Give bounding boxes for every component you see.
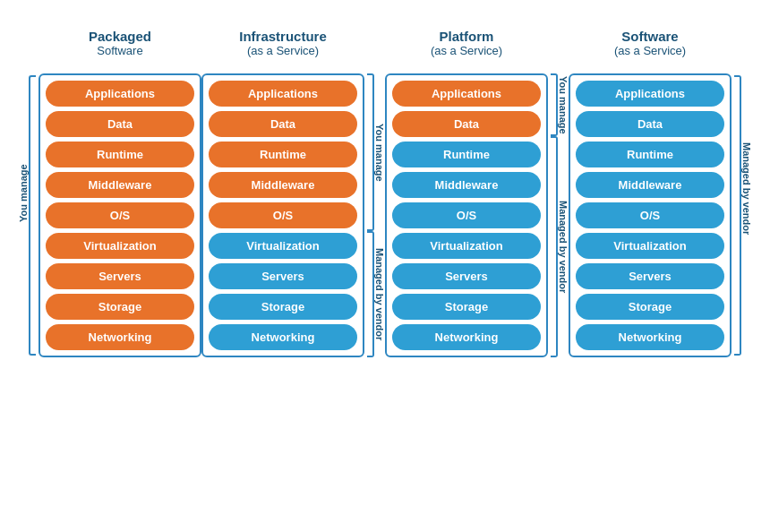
column-title-sub: Software — [97, 44, 142, 57]
item-box: Virtualization — [576, 233, 724, 259]
item-box: O/S — [209, 202, 357, 228]
bracket-managed-by-vendor: Managed by vendor — [558, 136, 569, 357]
column-wrapper-packaged: You managePackagedSoftwareApplicationsDa… — [18, 20, 201, 357]
item-box: Runtime — [209, 142, 357, 167]
items-container-paas: ApplicationsDataRuntimeMiddlewareO/SVirt… — [385, 73, 548, 357]
item-box: Servers — [392, 263, 541, 289]
item-box: O/S — [392, 202, 541, 228]
item-box: Data — [46, 111, 194, 137]
item-box: Middleware — [576, 172, 724, 198]
item-box: Data — [576, 111, 724, 137]
column-header-packaged: PackagedSoftware — [38, 20, 201, 66]
column-title-main: Platform — [440, 29, 494, 44]
item-box: Runtime — [46, 142, 194, 167]
item-box: O/S — [46, 202, 194, 228]
column-title-sub: (as a Service) — [431, 44, 502, 57]
column-header-saas: Software(as a Service) — [569, 20, 732, 66]
item-box: Networking — [576, 324, 724, 350]
bracket-managed-by-vendor: Managed by vendor — [374, 231, 385, 357]
column-wrapper-iaas: Infrastructure(as a Service)Applications… — [201, 20, 385, 357]
item-box: Servers — [209, 263, 357, 289]
item-box: Applications — [392, 81, 541, 107]
item-box: Data — [209, 111, 357, 137]
column-title-main: Software — [621, 29, 678, 44]
item-box: Storage — [392, 294, 541, 320]
column-title-main: Packaged — [89, 29, 151, 44]
column-wrapper-saas: Software(as a Service)ApplicationsDataRu… — [569, 20, 752, 357]
item-box: Middleware — [46, 172, 194, 198]
item-box: Runtime — [576, 142, 724, 167]
item-box: Storage — [576, 294, 724, 320]
column-wrapper-paas: Platform(as a Service)ApplicationsDataRu… — [385, 20, 569, 357]
column-title-sub: (as a Service) — [614, 44, 686, 57]
item-box: Applications — [46, 81, 194, 107]
column-saas: Software(as a Service)ApplicationsDataRu… — [569, 20, 732, 357]
item-box: O/S — [576, 202, 724, 228]
item-box: Runtime — [392, 142, 541, 167]
item-box: Applications — [209, 81, 357, 107]
item-box: Virtualization — [209, 233, 357, 259]
item-box: Storage — [209, 294, 357, 320]
column-title-main: Infrastructure — [239, 29, 327, 44]
item-box: Applications — [576, 81, 724, 107]
column-title-sub: (as a Service) — [247, 44, 319, 57]
item-box: Servers — [46, 263, 194, 289]
diagram-wrapper: You managePackagedSoftwareApplicationsDa… — [18, 11, 752, 521]
columns-area: You managePackagedSoftwareApplicationsDa… — [18, 20, 752, 357]
bracket-you-manage: You manage — [558, 73, 569, 136]
column-header-paas: Platform(as a Service) — [385, 20, 548, 66]
outer-bracket-label: You manage — [18, 20, 29, 357]
item-box: Data — [392, 111, 541, 137]
items-container-iaas: ApplicationsDataRuntimeMiddlewareO/SVirt… — [201, 73, 364, 357]
outer-bracket-label-right: Managed by vendor — [741, 20, 752, 357]
bracket-you-manage: You manage — [374, 73, 385, 231]
column-iaas: Infrastructure(as a Service)Applications… — [201, 20, 364, 357]
item-box: Networking — [209, 324, 357, 350]
column-paas: Platform(as a Service)ApplicationsDataRu… — [385, 20, 548, 357]
item-box: Virtualization — [46, 233, 194, 259]
column-packaged: PackagedSoftwareApplicationsDataRuntimeM… — [38, 20, 201, 357]
item-box: Virtualization — [392, 233, 541, 259]
item-box: Storage — [46, 294, 194, 320]
items-container-saas: ApplicationsDataRuntimeMiddlewareO/SVirt… — [569, 73, 732, 357]
item-box: Middleware — [392, 172, 541, 198]
column-header-iaas: Infrastructure(as a Service) — [201, 20, 364, 66]
item-box: Networking — [46, 324, 194, 350]
item-box: Networking — [392, 324, 541, 350]
item-box: Middleware — [209, 172, 357, 198]
items-container-packaged: ApplicationsDataRuntimeMiddlewareO/SVirt… — [38, 73, 201, 357]
item-box: Servers — [576, 263, 724, 289]
